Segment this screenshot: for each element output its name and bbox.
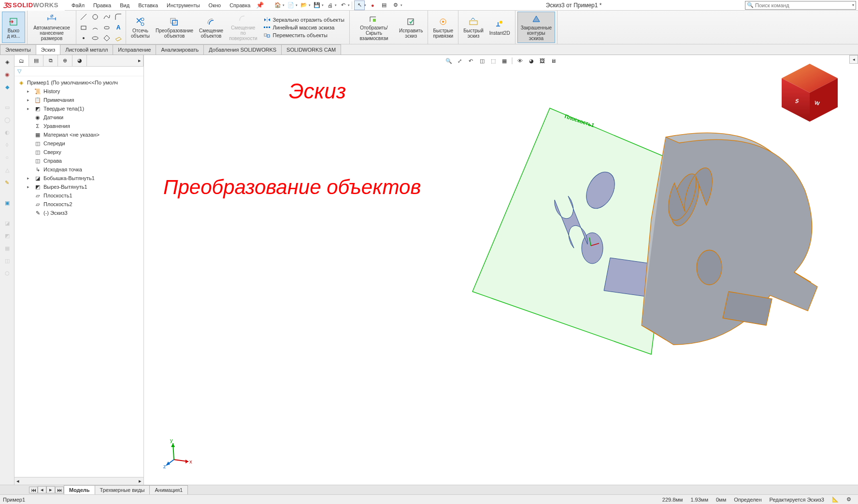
point-tool[interactable] [78, 33, 89, 43]
display-style-icon[interactable]: ▦ [500, 56, 509, 66]
tree-item[interactable]: ▸◩Вырез-Вытянуть1 [14, 182, 143, 191]
smart-dimension-button[interactable]: ⌀ Автоматическое нанесение размеров [29, 12, 74, 43]
open-icon[interactable]: 📂 [299, 0, 309, 10]
tree-item[interactable]: ΣУравнения [14, 122, 143, 130]
menu-insert[interactable]: Вставка [134, 1, 162, 10]
bottom-tab-3dviews[interactable]: Трехмерные виды [95, 485, 150, 495]
rail-icon-3[interactable]: ◆ [2, 82, 12, 92]
tree-item[interactable]: ↳Исходная точка [14, 165, 143, 174]
rebuild-icon[interactable]: ● [367, 0, 378, 10]
quick-snaps-button[interactable]: Быстрые привязки [430, 12, 456, 43]
tree-item[interactable]: ✎(-) Эскиз3 [14, 209, 143, 217]
view-settings-icon[interactable]: 🖥 [549, 56, 558, 66]
menu-edit[interactable]: Правка [89, 1, 115, 10]
rail-icon-12[interactable]: ◪ [2, 218, 12, 228]
search-input[interactable] [755, 2, 852, 8]
offset-entities-button[interactable]: Смещение объектов [196, 12, 226, 43]
instant2d-button[interactable]: Instant2D [486, 12, 513, 43]
rail-icon-8[interactable]: ○ [2, 153, 12, 162]
select-icon[interactable]: ↖ [354, 0, 365, 10]
settings-icon[interactable]: ⚙ [390, 0, 401, 10]
tab-addins[interactable]: Добавления SOLIDWORKS [203, 44, 282, 55]
hide-show-icon[interactable]: 👁 [515, 56, 525, 66]
rail-icon-13[interactable]: ◩ [2, 231, 12, 240]
ellipse-tool[interactable] [90, 33, 100, 43]
rail-icon-4[interactable]: ▭ [2, 102, 12, 112]
menu-view[interactable]: Вид [116, 1, 133, 10]
slot-tool[interactable] [101, 23, 112, 32]
scene-icon[interactable]: 🖼 [538, 56, 547, 66]
arc-tool[interactable] [90, 23, 100, 32]
tab-nav-next[interactable]: ▸ [46, 486, 55, 493]
bottom-tab-animation[interactable]: Анимация1 [149, 485, 188, 495]
rail-icon-11[interactable]: ▣ [2, 198, 12, 208]
tab-nav-prev[interactable]: ◂ [38, 486, 46, 493]
new-icon[interactable]: 📄 [286, 0, 296, 10]
view-orient-icon[interactable]: ⬚ [488, 56, 498, 66]
tree-item[interactable]: ◫Справа [14, 156, 143, 165]
tree-item[interactable]: ◉Датчики [14, 113, 143, 122]
config-tab[interactable]: ⧉ [43, 55, 58, 66]
propertytree-tab[interactable]: ▤ [29, 55, 43, 66]
section-view-icon[interactable]: ◫ [477, 56, 487, 66]
tab-nav-last[interactable]: ⏭ [55, 487, 64, 493]
graphics-viewport[interactable]: ◂ 🔍 ⤢ ↶ ◫ ⬚ ▦ 👁 ◕ 🖼 🖥 Эскиз Преобразован… [144, 55, 858, 485]
plane-tool[interactable] [113, 33, 124, 43]
menu-window[interactable]: Окно [205, 1, 225, 10]
undo-icon[interactable]: ↶ [338, 0, 348, 10]
zoom-fit-icon[interactable]: 🔍 [444, 56, 454, 66]
line-tool[interactable] [78, 12, 89, 22]
tree-item[interactable]: ▸◩Твердые тела(1) [14, 104, 143, 113]
feature-tree[interactable]: ◈ Пример1 (По умолчанию<<По умолч ▸📜Hist… [14, 76, 143, 485]
trim-entities-button[interactable]: Отсечь объекты [128, 12, 153, 43]
tree-item[interactable]: ◫Спереди [14, 139, 143, 148]
tree-item[interactable]: ▸◪Бобышка-Вытянуть1 [14, 174, 143, 182]
search-dropdown-icon[interactable]: ▾ [852, 3, 854, 7]
tab-nav-first[interactable]: ⏮ [29, 487, 38, 493]
bottom-tab-model[interactable]: Модель [64, 485, 95, 495]
menu-tools[interactable]: Инструменты [163, 1, 204, 10]
rail-icon-2[interactable]: ◉ [2, 70, 12, 79]
tab-sketch[interactable]: Эскиз [36, 44, 60, 55]
tab-cam[interactable]: SOLIDWORKS CAM [281, 44, 341, 55]
status-custom-icon[interactable]: ⚙ [846, 496, 851, 503]
rapid-sketch-button[interactable]: Быстрый эскиз [460, 12, 486, 43]
featuretree-tab[interactable]: 🗂 [14, 55, 29, 66]
rail-icon-6[interactable]: ◐ [2, 127, 12, 137]
rect-tool[interactable] [78, 23, 89, 32]
spline-tool[interactable] [101, 12, 112, 22]
hide-panel-icon[interactable]: ◂ [849, 55, 858, 64]
convert-entities-button[interactable]: Преобразование объектов [153, 12, 196, 43]
tab-sheetmetal[interactable]: Листовой металл [60, 44, 113, 55]
command-search[interactable]: 🔍 ▾ [745, 1, 856, 10]
rail-icon-1[interactable]: ◈ [2, 57, 12, 67]
rail-icon-16[interactable]: ⬡ [2, 268, 12, 278]
move-entities-button[interactable]: Переместить объекты [263, 32, 344, 38]
panel-hscroll[interactable]: ◂▸ [14, 477, 143, 485]
save-icon[interactable]: 💾 [312, 0, 322, 10]
tree-item[interactable]: ▱Плоскость1 [14, 191, 143, 200]
text-tool[interactable]: A [113, 23, 124, 32]
print-icon[interactable]: 🖨 [325, 0, 335, 10]
shaded-sketch-button[interactable]: Закрашенные контуры эскиза [517, 12, 555, 43]
tab-features[interactable]: Элементы [0, 44, 36, 55]
linear-pattern-button[interactable]: Линейный массив эскиза [263, 25, 344, 30]
view-triad[interactable]: x y z [163, 436, 197, 470]
options-icon[interactable]: ▤ [379, 0, 389, 10]
polygon-tool[interactable] [101, 33, 112, 43]
tab-evaluate[interactable]: Анализировать [156, 44, 204, 55]
fillet-tool[interactable] [113, 12, 124, 22]
rail-icon-7[interactable]: ◊ [2, 140, 12, 150]
tree-item[interactable]: ▸📜History [14, 87, 143, 96]
home-icon[interactable]: 🏠 [272, 0, 283, 10]
more-tab[interactable]: ▸ [87, 55, 143, 66]
dimxpert-tab[interactable]: ⊕ [58, 55, 72, 66]
exit-sketch-button[interactable]: Выхо д из... [2, 12, 25, 43]
display-relations-button[interactable]: Отобразить/Скрыть взаимосвязи [352, 12, 396, 43]
rail-icon-9[interactable]: △ [2, 165, 12, 175]
rail-icon-14[interactable]: ▦ [2, 243, 12, 253]
circle-tool[interactable] [90, 12, 100, 22]
display-tab[interactable]: ◕ [72, 55, 87, 66]
rail-icon-10[interactable]: ✎ [2, 178, 12, 187]
rail-icon-15[interactable]: ◫ [2, 256, 12, 266]
